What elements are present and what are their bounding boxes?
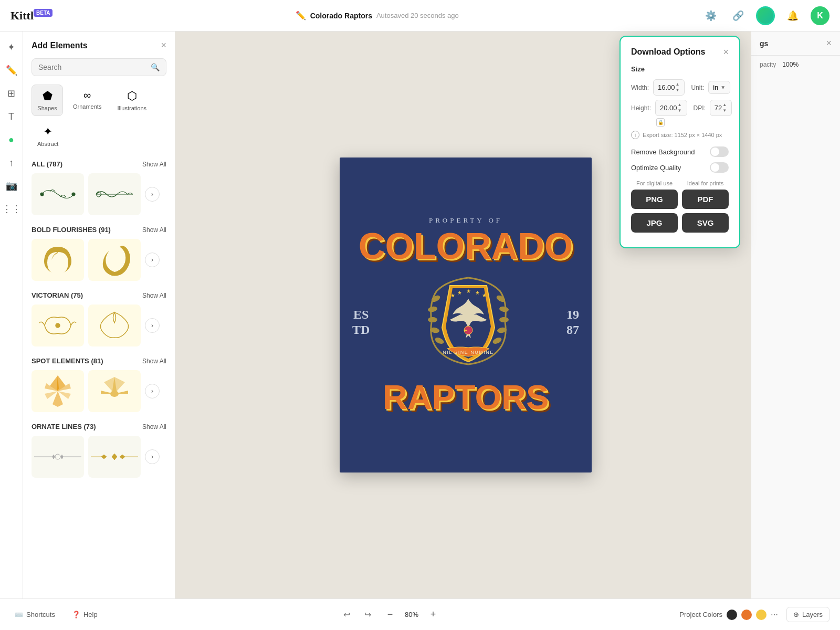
optimize-toggle[interactable]: [710, 162, 729, 173]
color-expand-button[interactable]: ⋯: [771, 611, 778, 619]
nav-grid-button[interactable]: ⋮⋮: [2, 200, 21, 218]
zoom-value: 80%: [405, 611, 418, 618]
right-panel-close-button[interactable]: ×: [826, 38, 832, 49]
nav-upload-button[interactable]: ↑: [2, 153, 21, 172]
left-sidebar: Add Elements × 🔍 ⬟ Shapes ∞ Ornaments ⬡ …: [23, 32, 175, 598]
ornate-item-2[interactable]: [88, 436, 141, 478]
nav-edit-button[interactable]: ✏️: [2, 61, 21, 80]
bold-item-1[interactable]: [32, 239, 84, 281]
width-down-button[interactable]: ▼: [675, 88, 680, 93]
left-icon-nav: ✦ ✏️ ⊞ T ● ↑ 📷 ⋮⋮: [0, 32, 23, 598]
dpi-input[interactable]: 72 ▲ ▼: [710, 100, 732, 116]
section-victorian-show-button[interactable]: Show All: [142, 292, 166, 299]
svg-point-0: [40, 193, 44, 196]
width-stepper[interactable]: ▲ ▼: [675, 82, 680, 93]
dpi-down-button[interactable]: ▼: [722, 108, 727, 113]
all-item-1[interactable]: [32, 173, 84, 215]
dpi-up-button[interactable]: ▲: [722, 102, 727, 108]
png-button[interactable]: PNG: [631, 190, 678, 209]
spot-item-2[interactable]: [88, 370, 141, 412]
all-item-2[interactable]: [88, 173, 141, 215]
color-circle-orange[interactable]: [741, 610, 752, 620]
height-down-button[interactable]: ▼: [677, 108, 682, 113]
width-input[interactable]: 16.00 ▲ ▼: [653, 79, 685, 96]
height-up-button[interactable]: ▲: [677, 102, 682, 108]
victorian-item-1[interactable]: [32, 304, 84, 346]
dpi-stepper[interactable]: ▲ ▼: [722, 102, 727, 113]
section-ornate-show-button[interactable]: Show All: [142, 423, 166, 430]
section-spot-title: SPOT ELEMENTS (81): [32, 357, 103, 365]
search-input[interactable]: [38, 63, 146, 71]
panel-close-button[interactable]: ×: [161, 40, 166, 51]
ornate-item-1[interactable]: [32, 436, 84, 478]
victorian-items-next-button[interactable]: ›: [145, 318, 160, 333]
project-colors-label: Project Colors: [679, 611, 722, 618]
height-input[interactable]: 20.00 ▲ ▼: [655, 100, 687, 116]
bold-items-row: ›: [32, 239, 166, 281]
optimize-label: Optimize Quality: [631, 164, 681, 172]
spot-items-next-button[interactable]: ›: [145, 384, 160, 398]
ornate-items-next-button[interactable]: ›: [145, 449, 160, 464]
nav-text-button[interactable]: T: [2, 107, 21, 126]
color-circle-gold[interactable]: [756, 610, 766, 620]
header: KittlBETA ✏️ Colorado Raptors Autosaved …: [0, 0, 840, 32]
bottom-right: Project Colors ⋯ ⊕ Layers: [679, 607, 830, 622]
panel-title: Add Elements: [32, 41, 88, 50]
height-label: Height:: [631, 104, 651, 112]
share-button[interactable]: 🔗: [729, 6, 748, 25]
nav-table-button[interactable]: ⊞: [2, 84, 21, 103]
category-tab-shapes[interactable]: ⬟ Shapes: [32, 85, 63, 116]
undo-button[interactable]: ↩: [340, 607, 354, 622]
jpg-button[interactable]: JPG: [631, 213, 678, 233]
spot-item-1[interactable]: [32, 370, 84, 412]
user-avatar-button[interactable]: [756, 6, 775, 25]
opacity-label: pacity: [760, 61, 776, 68]
nav-elements-button[interactable]: ✦: [2, 38, 21, 57]
redo-button[interactable]: ↪: [361, 607, 375, 622]
zoom-out-button[interactable]: −: [382, 606, 398, 623]
category-tab-illustrations[interactable]: ⬡ Illustrations: [111, 85, 152, 116]
bold-items-next-button[interactable]: ›: [145, 253, 160, 267]
zoom-in-button[interactable]: +: [425, 606, 442, 623]
remove-bg-toggle[interactable]: [710, 146, 729, 157]
nav-photo-button[interactable]: 📷: [2, 176, 21, 195]
design-middle-row: ESTD: [352, 270, 579, 375]
canvas-frame[interactable]: PROPERTY OF COLORADO ESTD: [340, 158, 592, 472]
header-right: ⚙️ 🔗 🔔 K: [701, 6, 830, 25]
section-all-show-button[interactable]: Show All: [142, 161, 166, 168]
kittl-badge[interactable]: K: [811, 6, 830, 25]
settings-button[interactable]: ⚙️: [701, 6, 720, 25]
victorian-item-2[interactable]: [88, 304, 141, 346]
help-button[interactable]: ❓ Help: [68, 607, 102, 622]
color-circle-dark[interactable]: [727, 610, 737, 620]
svg-point-1: [72, 193, 75, 196]
opacity-value: 100%: [782, 61, 799, 68]
spot-svg-2: [93, 373, 135, 410]
nav-color-button[interactable]: ●: [2, 130, 21, 149]
panel-header: Add Elements ×: [32, 40, 166, 51]
unit-select[interactable]: in ▼: [708, 81, 730, 94]
all-items-next-button[interactable]: ›: [145, 187, 160, 202]
modal-close-button[interactable]: ×: [723, 47, 729, 57]
section-victorian-title: VICTORIAN (75): [32, 291, 83, 299]
notifications-button[interactable]: 🔔: [783, 6, 802, 25]
pdf-button[interactable]: PDF: [682, 190, 729, 209]
toggle-thumb-1: [711, 148, 719, 156]
edit-icon: ✏️: [296, 10, 306, 20]
project-name[interactable]: Colorado Raptors: [310, 12, 372, 20]
svg-text:★: ★: [466, 288, 470, 294]
svg-button[interactable]: SVG: [682, 213, 729, 233]
optimize-row: Optimize Quality: [631, 162, 729, 173]
layers-button[interactable]: ⊕ Layers: [786, 607, 830, 622]
design-raptors: RAPTORS: [383, 380, 549, 414]
bold-item-2[interactable]: [88, 239, 141, 281]
width-up-button[interactable]: ▲: [675, 82, 680, 87]
shortcuts-button[interactable]: ⌨️ Shortcuts: [10, 607, 59, 622]
category-tab-abstract[interactable]: ✦ Abstract: [32, 120, 64, 152]
spot-items-row: ›: [32, 370, 166, 412]
height-stepper[interactable]: ▲ ▼: [677, 102, 682, 113]
section-spot-show-button[interactable]: Show All: [142, 358, 166, 365]
section-bold-show-button[interactable]: Show All: [142, 226, 166, 234]
all-items-row: ›: [32, 173, 166, 215]
category-tab-ornaments[interactable]: ∞ Ornaments: [67, 85, 107, 116]
